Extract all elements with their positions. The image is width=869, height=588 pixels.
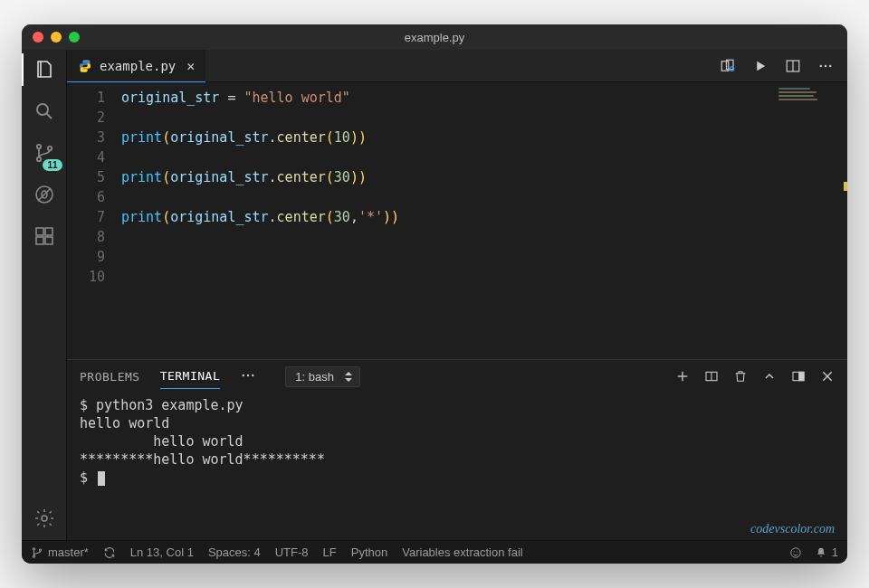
svg-rect-29: [799, 372, 804, 380]
code-editor[interactable]: 12345678910 original_str = "hello world"…: [67, 82, 847, 359]
terminal-cursor: [98, 471, 105, 486]
svg-line-6: [38, 188, 51, 201]
toggle-panel-position-button[interactable]: [791, 369, 806, 384]
plus-icon: [675, 369, 690, 384]
svg-point-21: [243, 374, 244, 375]
search-icon: [33, 100, 55, 122]
svg-rect-10: [36, 237, 43, 244]
terminal-tab[interactable]: TERMINAL: [160, 364, 221, 389]
split-icon: [704, 369, 719, 384]
extensions-tab[interactable]: [32, 223, 57, 249]
settings-tab[interactable]: [32, 506, 57, 531]
trash-icon: [733, 369, 748, 384]
feedback-status[interactable]: [789, 546, 802, 559]
notifications-status[interactable]: 1: [815, 545, 838, 559]
source-control-tab[interactable]: 11: [32, 140, 57, 166]
sync-status[interactable]: [103, 546, 116, 559]
language-status[interactable]: Python: [351, 545, 387, 559]
play-icon: [752, 58, 769, 74]
svg-rect-9: [45, 228, 53, 235]
smiley-icon: [789, 546, 802, 559]
terminal-selector[interactable]: 1: bash: [285, 366, 360, 387]
terminal-output[interactable]: $ python3 example.py hello world hello w…: [67, 393, 847, 540]
ellipsis-icon: [240, 367, 256, 384]
tab-example-py[interactable]: example.py ✕: [67, 50, 205, 81]
cursor-position-status[interactable]: Ln 13, Col 1: [130, 545, 194, 559]
extra-status[interactable]: Variables extraction fail: [402, 545, 522, 559]
svg-rect-11: [45, 237, 53, 244]
more-actions-button[interactable]: [816, 57, 835, 75]
terminal-text: $ python3 example.py hello world hello w…: [80, 397, 325, 486]
ellipsis-icon: [817, 58, 834, 74]
terminal-selector-label: 1: bash: [295, 370, 334, 384]
gear-icon: [33, 507, 55, 529]
debug-tab[interactable]: [32, 182, 57, 207]
line-gutter: 12345678910: [67, 88, 121, 359]
explorer-tab[interactable]: [32, 57, 57, 82]
extensions-icon: [33, 225, 55, 247]
compare-changes-button[interactable]: [719, 57, 737, 75]
window-title: example.py: [22, 31, 847, 44]
tabs-bar: example.py ✕: [67, 50, 847, 82]
editor-group: example.py ✕: [67, 50, 847, 540]
panel-tabs: PROBLEMS TERMINAL 1: bash: [67, 360, 847, 393]
split-icon: [785, 58, 801, 74]
svg-point-33: [33, 555, 34, 556]
files-icon: [33, 59, 55, 81]
compare-icon: [720, 58, 736, 74]
svg-point-2: [36, 145, 40, 148]
panel-overflow-button[interactable]: [240, 367, 256, 386]
svg-point-22: [247, 374, 249, 375]
svg-point-0: [37, 104, 48, 115]
svg-point-20: [829, 64, 831, 66]
code-content[interactable]: original_str = "hello world" print(origi…: [121, 88, 847, 359]
activity-bar: 11: [22, 50, 67, 540]
branch-name: master*: [48, 545, 89, 559]
vscode-window: example.py 11: [22, 24, 847, 564]
close-icon: [820, 369, 835, 384]
svg-point-19: [825, 64, 826, 66]
svg-point-32: [33, 547, 34, 549]
close-icon[interactable]: ✕: [186, 58, 195, 74]
sync-icon: [103, 546, 116, 559]
workbench-body: 11 example.py ✕: [22, 50, 847, 540]
indentation-status[interactable]: Spaces: 4: [208, 545, 261, 559]
maximize-panel-button[interactable]: [762, 369, 777, 384]
encoding-status[interactable]: UTF-8: [275, 545, 309, 559]
split-terminal-button[interactable]: [704, 369, 719, 384]
svg-point-37: [797, 551, 797, 552]
svg-point-18: [820, 64, 822, 66]
git-branch-status[interactable]: master*: [31, 545, 89, 559]
bell-icon: [815, 546, 827, 559]
panel-actions: [675, 369, 835, 384]
kill-terminal-button[interactable]: [733, 369, 748, 384]
tab-label: example.py: [100, 59, 176, 73]
notifications-count: 1: [832, 545, 838, 559]
overview-ruler-mark: [844, 182, 847, 191]
minimap[interactable]: [778, 88, 842, 115]
svg-point-12: [42, 516, 47, 521]
svg-point-34: [39, 548, 41, 550]
svg-point-36: [793, 551, 794, 552]
bottom-panel: PROBLEMS TERMINAL 1: bash: [67, 359, 847, 540]
close-panel-button[interactable]: [820, 369, 835, 384]
new-terminal-button[interactable]: [675, 369, 690, 384]
chevron-up-icon: [762, 369, 777, 384]
layout-icon: [791, 369, 806, 384]
svg-point-23: [252, 374, 253, 375]
python-file-icon: [78, 59, 92, 73]
titlebar: example.py: [22, 24, 847, 50]
svg-point-35: [791, 547, 801, 557]
search-tab[interactable]: [32, 99, 57, 124]
split-editor-button[interactable]: [784, 57, 802, 75]
watermark: codevscolor.com: [750, 522, 835, 536]
branch-icon: [31, 546, 43, 559]
problems-tab[interactable]: PROBLEMS: [80, 365, 140, 389]
svg-point-4: [47, 147, 51, 150]
svg-rect-8: [36, 228, 43, 235]
status-bar: master* Ln 13, Col 1 Spaces: 4 UTF-8 LF …: [22, 540, 847, 564]
run-button[interactable]: [751, 57, 769, 75]
eol-status[interactable]: LF: [323, 545, 337, 559]
editor-actions: [706, 50, 847, 81]
svg-line-1: [46, 114, 52, 119]
